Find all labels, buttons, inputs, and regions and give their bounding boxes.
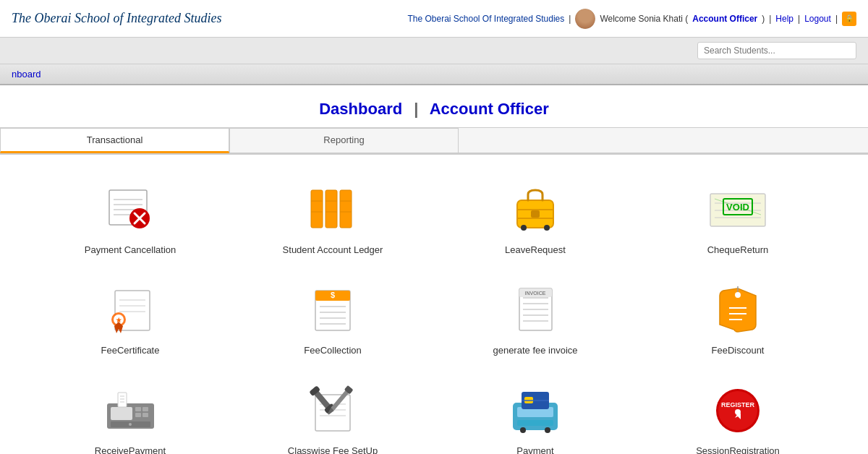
void-svg: VOID xyxy=(709,190,767,230)
fee-collection-label: FeeCollection xyxy=(304,345,362,356)
tab-reporting[interactable]: Reporting xyxy=(229,128,459,153)
ledger-svg xyxy=(307,187,358,234)
svg-rect-59 xyxy=(135,407,141,411)
payment-icon-box xyxy=(506,385,564,437)
avatar xyxy=(575,9,595,29)
svg-rect-62 xyxy=(142,413,148,417)
svg-point-85 xyxy=(520,427,526,433)
svg-rect-10 xyxy=(340,190,352,228)
svg-text:REGISTER: REGISTER xyxy=(720,401,754,408)
icon-fee-certificate[interactable]: ★ FeeCertificate xyxy=(29,270,231,370)
fee-certificate-label: FeeCertificate xyxy=(101,345,160,356)
cheque-return-icon-box: VOID xyxy=(709,184,767,236)
icon-fee-discount[interactable]: FeeDiscount xyxy=(637,270,839,370)
generate-fee-invoice-label: generate fee invoice xyxy=(493,345,577,356)
classwise-fee-setup-icon-box xyxy=(304,385,362,437)
payment-machine-svg xyxy=(507,388,563,433)
svg-rect-65 xyxy=(118,393,127,407)
leave-request-icon-box xyxy=(506,184,564,236)
logo: The Oberai School of Integrated Studies xyxy=(12,11,221,26)
header-sep4: | xyxy=(835,14,838,24)
svg-point-64 xyxy=(129,423,132,426)
header-role: Account Officer xyxy=(692,14,757,24)
invoice-svg: INVOICE xyxy=(512,285,559,335)
icon-cheque-return[interactable]: VOID ChequeReturn xyxy=(637,169,839,270)
classwise-fee-setup-label: Classwise Fee SetUp xyxy=(288,445,378,454)
header-right: The Oberai School Of Integrated Studies … xyxy=(407,9,856,29)
tag-svg xyxy=(716,285,760,335)
payment-cancellation-icon-box xyxy=(101,184,159,236)
icon-session-registration[interactable]: REGISTER SessionRegistration xyxy=(637,370,839,454)
receive-payment-icon-box xyxy=(101,385,159,437)
icon-payment[interactable]: Payment xyxy=(434,370,637,454)
search-input[interactable] xyxy=(697,42,856,59)
suitcase-svg xyxy=(514,184,557,235)
fee-collection-icon-box: $ xyxy=(304,284,362,336)
svg-rect-8 xyxy=(311,190,323,228)
breadcrumb-row: nboard xyxy=(0,64,868,85)
svg-point-22 xyxy=(544,225,550,231)
icon-leave-request[interactable]: LeaveRequest xyxy=(434,169,637,270)
fee-discount-label: FeeDiscount xyxy=(712,345,765,356)
svg-rect-9 xyxy=(326,190,337,228)
register-svg: REGISTER xyxy=(715,387,762,434)
svg-text:INVOICE: INVOICE xyxy=(524,291,545,296)
fee-collection-svg: $ xyxy=(308,287,357,334)
svg-point-21 xyxy=(521,225,527,231)
cash-register-svg xyxy=(103,389,158,432)
school-name: The Oberai School Of Integrated Studies xyxy=(407,14,564,24)
header-sep3: | xyxy=(798,14,800,24)
icon-payment-cancellation[interactable]: Payment Cancellation xyxy=(29,169,231,270)
welcome-text: Welcome Sonia Khati ( xyxy=(600,14,688,24)
student-account-ledger-icon-box xyxy=(304,184,362,236)
fee-discount-icon-box xyxy=(709,284,767,336)
student-account-ledger-label: Student Account Ledger xyxy=(283,244,383,255)
icon-student-account-ledger[interactable]: Student Account Ledger xyxy=(231,169,434,270)
help-link[interactable]: Help xyxy=(775,14,793,24)
icon-generate-fee-invoice[interactable]: INVOICE generate fee invoice xyxy=(434,270,637,370)
svg-rect-20 xyxy=(531,210,540,218)
icon-classwise-fee-setup[interactable]: Classwise Fee SetUp xyxy=(231,370,434,454)
tab-transactional[interactable]: Transactional xyxy=(0,128,229,153)
svg-point-86 xyxy=(545,427,550,433)
main-content: Dashboard | Account Officer Transactiona… xyxy=(0,85,868,454)
dashboard-title-row: Dashboard | Account Officer xyxy=(0,85,868,128)
receive-payment-label: ReceivePayment xyxy=(95,445,166,454)
icon-receive-payment[interactable]: ReceivePayment xyxy=(29,370,231,454)
certificate-svg: ★ xyxy=(104,287,156,334)
icons-grid: Payment Cancellation xyxy=(0,155,868,454)
lock-icon: 🔒 xyxy=(842,12,856,26)
search-bar-row xyxy=(0,38,868,64)
tools-svg xyxy=(308,387,357,434)
header-sep2: | xyxy=(769,14,771,24)
avatar-image xyxy=(575,9,595,29)
session-registration-label: SessionRegistration xyxy=(696,445,780,454)
fee-certificate-icon-box: ★ xyxy=(101,284,159,336)
title-separator: | xyxy=(414,100,418,118)
header-sep: | xyxy=(569,14,571,24)
tabs-row: Transactional Reporting xyxy=(0,128,868,155)
logout-link[interactable]: Logout xyxy=(804,14,831,24)
header: The Oberai School of Integrated Studies … xyxy=(0,0,868,38)
svg-text:$: $ xyxy=(331,291,335,299)
payment-cancellation-svg xyxy=(103,187,158,234)
session-registration-icon-box: REGISTER xyxy=(709,385,767,437)
dashboard-role-label: Account Officer xyxy=(430,100,549,118)
role-close: ) xyxy=(762,14,765,24)
leave-request-label: LeaveRequest xyxy=(505,244,566,255)
svg-point-52 xyxy=(735,292,741,298)
svg-rect-61 xyxy=(135,413,141,417)
svg-rect-81 xyxy=(517,420,553,426)
generate-fee-invoice-icon-box: INVOICE xyxy=(506,284,564,336)
svg-rect-60 xyxy=(142,407,148,411)
payment-cancellation-label: Payment Cancellation xyxy=(85,244,176,255)
payment-label: Payment xyxy=(516,445,553,454)
breadcrumb[interactable]: nboard xyxy=(12,69,41,80)
svg-point-90 xyxy=(735,409,741,415)
cheque-return-label: ChequeReturn xyxy=(707,244,769,255)
icon-fee-collection[interactable]: $ FeeCollection xyxy=(231,270,434,370)
dashboard-label: Dashboard xyxy=(319,100,402,118)
svg-rect-58 xyxy=(111,407,132,420)
